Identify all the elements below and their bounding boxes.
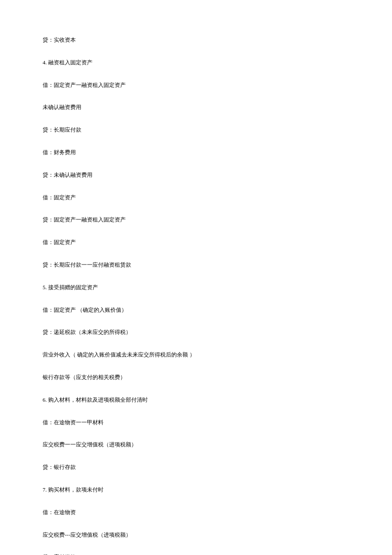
text-line: 借：固定资产 （确定的入账价值） — [43, 306, 349, 315]
text-line: 借：固定资产一融资租入固定资产 — [43, 81, 349, 90]
text-line: 贷：长期应付款 — [43, 126, 349, 135]
text-line: 未确认融资费用 — [43, 103, 349, 112]
text-line: 贷：未确认融资费用 — [43, 171, 349, 180]
text-line: 借：固定资产 — [43, 238, 349, 247]
text-line: 借：在途物资 — [43, 508, 349, 517]
text-line: 应交税费一一应交增值税（进项税额） — [43, 440, 349, 449]
text-line: 贷：递延税款（未来应交的所得税） — [43, 328, 349, 337]
text-line: 借：在途物资一一甲材料 — [43, 418, 349, 427]
text-line: 7. 购买材料，款项未付时 — [43, 486, 349, 495]
text-line: 营业外收入（ 确定的入账价值减去未来应交所得税后的余额 ） — [43, 351, 349, 359]
text-line: 借：财务费用 — [43, 148, 349, 157]
text-line: 贷：银行存款 — [43, 463, 349, 472]
text-line: 6. 购入材料，材料款及进项税额全部付清时 — [43, 396, 349, 405]
text-line: 贷：固定资产一融资租入固定资产 — [43, 216, 349, 224]
text-line: 5. 接受捐赠的固定资产 — [43, 283, 349, 292]
text-line: 银行存款等（应支付的相关税费） — [43, 373, 349, 382]
text-line: 借：固定资产 — [43, 193, 349, 202]
text-line: 贷：长期应付款一一应付融资租赁款 — [43, 261, 349, 270]
text-line: 4. 融资租入固定资产 — [43, 58, 349, 67]
text-line: 贷：应付账款 — [43, 553, 349, 555]
text-line: 应交税费---应交增值税（进项税额） — [43, 531, 349, 540]
text-line: 贷：实收资本 — [43, 36, 349, 45]
